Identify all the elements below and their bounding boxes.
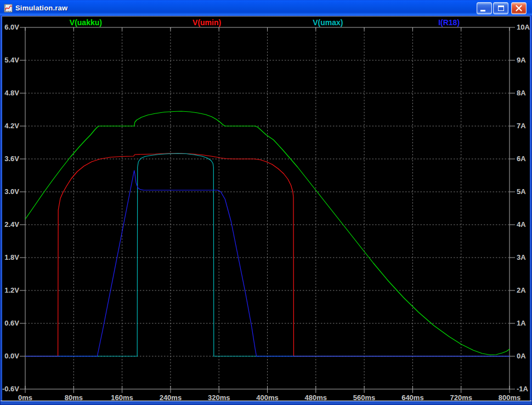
right-tick-label: 6A: [517, 155, 526, 163]
left-tick-label: 4.2V: [4, 122, 19, 130]
left-tick-label: 3.6V: [4, 155, 19, 163]
minimize-icon: [480, 10, 485, 12]
left-tick-label: 0.0V: [4, 352, 19, 360]
right-tick-label: 9A: [517, 56, 526, 64]
minimize-button[interactable]: [477, 2, 492, 14]
legend-item-I(R18)[interactable]: I(R18): [438, 18, 460, 27]
left-tick-label: -0.6V: [2, 385, 19, 393]
right-tick-label: 8A: [517, 89, 526, 97]
right-tick-label: 7A: [517, 122, 526, 130]
left-tick-label: 2.4V: [4, 220, 19, 229]
right-tick-label: 3A: [517, 253, 526, 261]
legend-item-V(umin)[interactable]: V(umin): [193, 18, 221, 27]
close-icon: [512, 3, 526, 14]
right-tick-label: 2A: [517, 286, 526, 294]
right-tick-label: 10A: [517, 23, 530, 31]
waveform-plot-icon: [4, 4, 13, 13]
title-bar[interactable]: Simulation.raw: [0, 0, 532, 16]
plot-svg: [2, 16, 530, 401]
close-button[interactable]: [511, 2, 527, 14]
maximize-button[interactable]: [493, 2, 508, 14]
right-tick-label: 4A: [517, 220, 526, 229]
left-tick-label: 6.0V: [4, 23, 19, 31]
left-tick-label: 1.2V: [4, 286, 19, 294]
window-bottom-edge: [1, 401, 531, 401]
left-tick-label: 3.0V: [4, 187, 19, 196]
right-tick-label: -1A: [517, 385, 528, 393]
left-tick-label: 0.6V: [4, 319, 19, 327]
right-tick-label: 0A: [517, 352, 526, 360]
waveform-plot-area[interactable]: V(uakku)V(umin)V(umax)I(R18) 6.0V5.4V4.8…: [2, 16, 530, 401]
legend-item-V(uakku)[interactable]: V(uakku): [70, 18, 102, 27]
left-tick-label: 5.4V: [4, 56, 19, 64]
window-title: Simulation.raw: [15, 4, 67, 12]
simulation-window: Simulation.raw V(uakku)V(umin)V(umax)I(R…: [0, 0, 532, 405]
right-tick-label: 1A: [517, 319, 526, 327]
legend-item-V(umax)[interactable]: V(umax): [313, 18, 343, 27]
left-tick-label: 1.8V: [4, 253, 19, 261]
right-tick-label: 5A: [517, 187, 526, 196]
left-tick-label: 4.8V: [4, 89, 19, 97]
maximize-icon: [498, 5, 504, 11]
